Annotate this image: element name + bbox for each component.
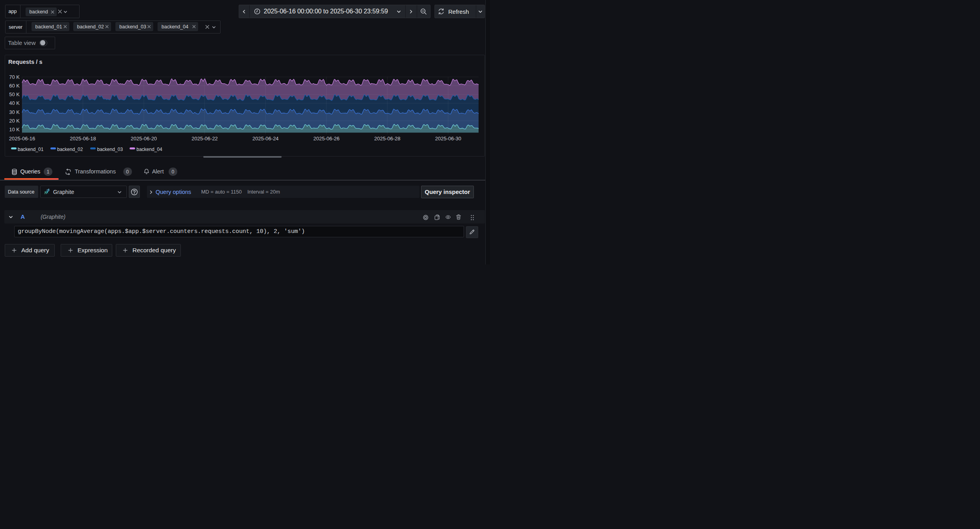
svg-text:2025-06-26: 2025-06-26 [313,136,340,142]
svg-text:20 K: 20 K [9,118,20,124]
svg-text:30 K: 30 K [9,109,20,115]
svg-text:2025-06-22: 2025-06-22 [191,136,218,142]
svg-text:40 K: 40 K [9,100,20,106]
svg-text:2025-06-24: 2025-06-24 [252,136,279,142]
svg-text:2025-06-16: 2025-06-16 [9,136,35,142]
svg-text:2025-06-30: 2025-06-30 [435,136,461,142]
svg-text:2025-06-28: 2025-06-28 [374,136,401,142]
svg-text:60 K: 60 K [9,83,20,89]
svg-text:50 K: 50 K [9,91,20,97]
svg-text:2025-06-20: 2025-06-20 [131,136,157,142]
svg-text:10 K: 10 K [9,127,20,132]
svg-text:2025-06-18: 2025-06-18 [70,136,96,142]
svg-text:70 K: 70 K [9,74,20,80]
